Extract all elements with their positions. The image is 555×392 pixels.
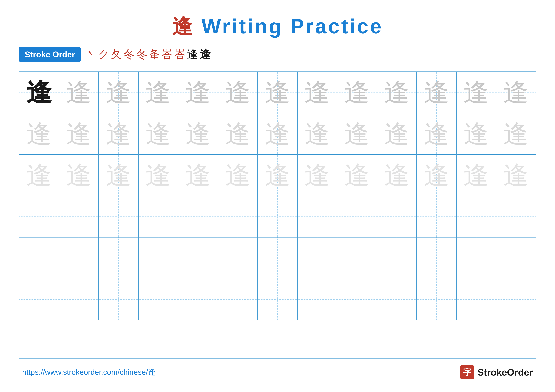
grid-cell[interactable] [99, 237, 139, 279]
practice-char: 逢 [305, 121, 330, 146]
grid-cell[interactable] [496, 279, 536, 320]
grid-cell[interactable]: 逢 [457, 72, 496, 113]
grid-cell[interactable]: 逢 [417, 113, 456, 154]
grid-cell[interactable]: 逢 [99, 113, 139, 154]
grid-cell[interactable] [457, 196, 496, 237]
grid-cell[interactable]: 逢 [218, 72, 258, 113]
practice-char: 逢 [265, 121, 290, 146]
grid-row [19, 196, 536, 237]
grid-cell[interactable]: 逢 [377, 72, 417, 113]
grid-row [19, 237, 536, 279]
grid-cell[interactable] [377, 279, 417, 320]
grid-cell[interactable]: 逢 [337, 72, 377, 113]
practice-char: 逢 [344, 121, 370, 146]
practice-char: 逢 [305, 163, 330, 188]
grid-cell[interactable] [19, 237, 59, 279]
practice-char: 逢 [106, 80, 131, 105]
grid-cell[interactable] [298, 196, 337, 237]
grid-cell[interactable]: 逢 [178, 155, 218, 196]
practice-char: 逢 [185, 121, 211, 146]
grid-cell[interactable] [218, 237, 258, 279]
grid-cell[interactable] [258, 196, 297, 237]
grid-cell[interactable]: 逢 [337, 155, 377, 196]
grid-cell[interactable]: 逢 [377, 155, 417, 196]
strokeorder-logo-text: StrokeOrder [477, 367, 533, 378]
grid-cell[interactable] [59, 279, 99, 320]
grid-cell[interactable] [139, 196, 178, 237]
stroke-sequence: 丶 ク 夂 冬 冬 夅 峇 峇 逢 逢 [85, 47, 211, 62]
grid-cell[interactable]: 逢 [457, 155, 496, 196]
practice-char: 逢 [66, 163, 91, 188]
grid-cell[interactable]: 逢 [298, 113, 337, 154]
grid-cell[interactable]: 逢 [178, 72, 218, 113]
practice-char: 逢 [464, 80, 489, 105]
grid-cell[interactable]: 逢 [99, 72, 139, 113]
grid-cell[interactable]: 逢 [218, 113, 258, 154]
grid-cell[interactable]: 逢 [59, 155, 99, 196]
practice-char: 逢 [225, 80, 250, 105]
grid-cell[interactable]: 逢 [218, 155, 258, 196]
grid-cell[interactable]: 逢 [377, 113, 417, 154]
stroke-order-badge: Stroke Order [19, 47, 81, 62]
grid-cell[interactable]: 逢 [258, 113, 297, 154]
grid-cell[interactable] [99, 196, 139, 237]
grid-cell[interactable]: 逢 [496, 72, 536, 113]
grid-cell[interactable] [496, 196, 536, 237]
grid-cell[interactable]: 逢 [99, 155, 139, 196]
grid-cell[interactable]: 逢 [19, 113, 59, 154]
grid-cell[interactable]: 逢 [139, 113, 178, 154]
grid-cell[interactable] [417, 279, 456, 320]
grid-cell[interactable]: 逢 [417, 72, 456, 113]
grid-cell[interactable] [496, 237, 536, 279]
grid-cell[interactable]: 逢 [417, 155, 456, 196]
practice-char: 逢 [503, 163, 529, 188]
grid-cell[interactable] [178, 196, 218, 237]
grid-cell[interactable] [258, 237, 297, 279]
grid-cell[interactable] [218, 279, 258, 320]
grid-cell[interactable] [417, 237, 456, 279]
grid-cell[interactable] [59, 237, 99, 279]
grid-cell[interactable]: 逢 [178, 113, 218, 154]
grid-cell[interactable] [218, 196, 258, 237]
grid-cell[interactable] [139, 237, 178, 279]
grid-cell[interactable] [457, 279, 496, 320]
grid-cell[interactable] [298, 237, 337, 279]
grid-cell[interactable] [337, 237, 377, 279]
grid-cell[interactable] [337, 279, 377, 320]
grid-cell[interactable] [99, 279, 139, 320]
grid-cell[interactable] [298, 279, 337, 320]
grid-cell[interactable] [377, 237, 417, 279]
grid-cell[interactable]: 逢 [139, 72, 178, 113]
footer-url[interactable]: https://www.strokeorder.com/chinese/逢 [22, 367, 155, 377]
practice-char: 逢 [66, 121, 91, 146]
grid-cell[interactable]: 逢 [496, 155, 536, 196]
grid-cell[interactable]: 逢 [59, 113, 99, 154]
grid-cell[interactable]: 逢 [258, 155, 297, 196]
grid-cell[interactable]: 逢 [496, 113, 536, 154]
practice-char: 逢 [464, 163, 489, 188]
grid-cell[interactable]: 逢 [298, 155, 337, 196]
practice-char: 逢 [424, 121, 449, 146]
grid-cell[interactable]: 逢 [337, 113, 377, 154]
grid-cell[interactable] [178, 279, 218, 320]
practice-grid: 逢 逢 逢 逢 逢 逢 逢 逢 逢 [19, 71, 536, 359]
grid-cell[interactable]: 逢 [59, 72, 99, 113]
grid-cell[interactable]: 逢 [19, 72, 59, 113]
grid-cell[interactable]: 逢 [139, 155, 178, 196]
grid-cell[interactable] [139, 279, 178, 320]
grid-cell[interactable] [417, 196, 456, 237]
grid-cell[interactable] [178, 237, 218, 279]
grid-cell[interactable] [258, 279, 297, 320]
grid-cell[interactable] [59, 196, 99, 237]
grid-cell[interactable]: 逢 [457, 113, 496, 154]
grid-cell[interactable] [337, 196, 377, 237]
grid-cell[interactable]: 逢 [298, 72, 337, 113]
grid-cell[interactable]: 逢 [258, 72, 297, 113]
grid-cell[interactable] [19, 279, 59, 320]
grid-cell[interactable]: 逢 [19, 155, 59, 196]
practice-char: 逢 [225, 163, 250, 188]
grid-cell[interactable] [19, 196, 59, 237]
title-char: 逢 [172, 15, 194, 38]
grid-cell[interactable] [377, 196, 417, 237]
grid-cell[interactable] [457, 237, 496, 279]
